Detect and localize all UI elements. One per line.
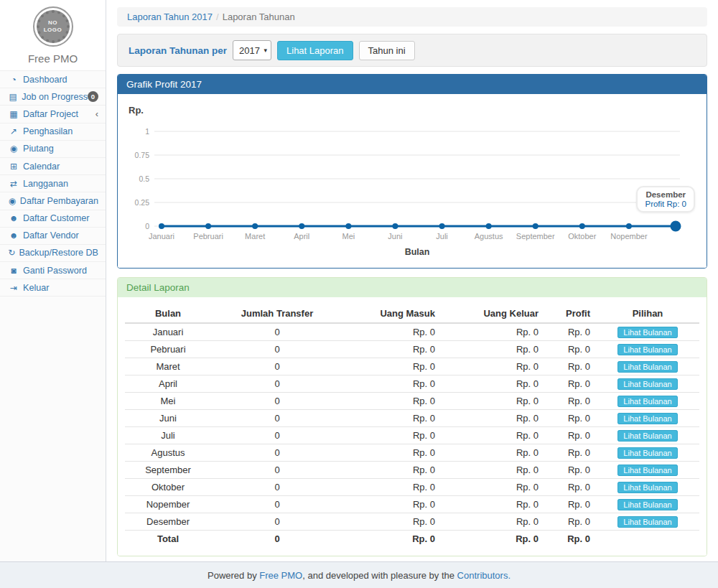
chart-panel-title: Grafik Profit 2017 bbox=[118, 75, 707, 94]
sidebar-item-label: Daftar Vendor bbox=[23, 230, 79, 241]
logo-section: NOLOGO Free PMO bbox=[0, 0, 106, 71]
filter-label: Laporan Tahunan per bbox=[129, 45, 227, 56]
year-select[interactable]: 2017 ▾ bbox=[233, 40, 271, 60]
sidebar-item-piutang[interactable]: ◉Piutang bbox=[0, 141, 106, 158]
lihat-bulanan-button[interactable]: Lihat Bulanan bbox=[617, 499, 677, 510]
profit-line-chart: Rp.10.750.50.250JanuariPebruariMaretApri… bbox=[129, 103, 696, 258]
lihat-bulanan-button[interactable]: Lihat Bulanan bbox=[617, 516, 677, 528]
sidebar-item-job-on-progress[interactable]: ▤Job on Progress0 bbox=[0, 88, 106, 106]
sidebar-item-daftar-vendor[interactable]: ☻Daftar Vendor bbox=[0, 228, 106, 245]
cell: Rp. 0 bbox=[441, 323, 544, 341]
sidebar-item-label: Ganti Password bbox=[23, 266, 87, 276]
cell: Rp. 0 bbox=[343, 444, 441, 462]
cell: 0 bbox=[211, 410, 343, 427]
lihat-bulanan-button[interactable]: Lihat Bulanan bbox=[617, 465, 677, 476]
lihat-bulanan-button[interactable]: Lihat Bulanan bbox=[617, 447, 677, 459]
table-row: Mei0Rp. 0Rp. 0Rp. 0Lihat Bulanan bbox=[125, 393, 699, 410]
svg-text:April: April bbox=[294, 232, 309, 241]
col-header-pilihan: Pilihan bbox=[596, 304, 699, 323]
sidebar-item-daftar-pembayaran[interactable]: ◉Daftar Pembayaran bbox=[0, 192, 106, 210]
sidebar-item-daftar-customer[interactable]: ☻Daftar Customer bbox=[0, 210, 106, 228]
sidebar-item-daftar-project[interactable]: ▦Daftar Project‹ bbox=[0, 106, 106, 123]
sidebar-item-calendar[interactable]: ⊞Calendar bbox=[0, 158, 106, 175]
page: NOLOGO Free PMO ◔Dashboard▤Job on Progre… bbox=[0, 0, 718, 561]
cell: 0 bbox=[211, 462, 343, 479]
cell: Rp. 0 bbox=[343, 358, 441, 375]
cell: 0 bbox=[211, 513, 343, 531]
total-cell: Rp. 0 bbox=[544, 531, 596, 548]
breadcrumb-link[interactable]: Laporan Tahun 2017 bbox=[127, 11, 213, 22]
report-filter-panel: Laporan Tahunan per 2017 ▾ Lihat Laporan… bbox=[117, 34, 707, 67]
detail-laporan-panel: Detail Laporan Bulan Jumlah Transfer Uan… bbox=[117, 277, 707, 556]
cell: Rp. 0 bbox=[343, 496, 441, 513]
free-pmo-link[interactable]: Free PMO bbox=[259, 570, 302, 581]
users-icon: ☻ bbox=[8, 230, 19, 241]
col-header-jumlah-transfer: Jumlah Transfer bbox=[211, 304, 343, 323]
cell: 0 bbox=[211, 375, 343, 393]
table-row: Nopember0Rp. 0Rp. 0Rp. 0Lihat Bulanan bbox=[125, 496, 699, 513]
svg-text:Juni: Juni bbox=[388, 232, 402, 241]
svg-text:Rp.: Rp. bbox=[129, 105, 144, 116]
lihat-bulanan-button[interactable]: Lihat Bulanan bbox=[617, 396, 677, 407]
sidebar-item-label: Penghasilan bbox=[23, 126, 73, 136]
cell: Rp. 0 bbox=[544, 393, 596, 410]
cell: 0 bbox=[211, 323, 343, 341]
table-row: Desember0Rp. 0Rp. 0Rp. 0Lihat Bulanan bbox=[125, 513, 699, 531]
col-header-bulan: Bulan bbox=[125, 304, 211, 323]
chevron-left-icon: ‹ bbox=[95, 108, 98, 119]
total-row: Total0Rp. 0Rp. 0Rp. 0 bbox=[125, 531, 699, 548]
table-row: April0Rp. 0Rp. 0Rp. 0Lihat Bulanan bbox=[125, 375, 699, 393]
cell: Rp. 0 bbox=[343, 479, 441, 496]
cell: Rp. 0 bbox=[343, 513, 441, 531]
lihat-laporan-button[interactable]: Lihat Laporan bbox=[277, 41, 353, 60]
svg-text:0.5: 0.5 bbox=[139, 174, 149, 183]
sidebar-item-ganti-password[interactable]: ◙Ganti Password bbox=[0, 262, 106, 279]
lihat-bulanan-button[interactable]: Lihat Bulanan bbox=[617, 482, 677, 493]
lihat-bulanan-button[interactable]: Lihat Bulanan bbox=[617, 327, 677, 338]
cell: Januari bbox=[125, 323, 211, 341]
lihat-bulanan-button[interactable]: Lihat Bulanan bbox=[617, 413, 677, 424]
cell: 0 bbox=[211, 393, 343, 410]
cell: Oktober bbox=[125, 479, 211, 496]
cell: April bbox=[125, 375, 211, 393]
cell: Rp. 0 bbox=[441, 358, 544, 375]
cell: Rp. 0 bbox=[343, 341, 441, 358]
cell: Rp. 0 bbox=[343, 375, 441, 393]
lihat-bulanan-button[interactable]: Lihat Bulanan bbox=[617, 430, 677, 442]
dashboard-icon: ◔ bbox=[8, 75, 19, 85]
svg-text:Nopember: Nopember bbox=[610, 232, 648, 241]
table-row: Maret0Rp. 0Rp. 0Rp. 0Lihat Bulanan bbox=[125, 358, 699, 375]
year-select-value: 2017 bbox=[239, 45, 260, 56]
cell: Rp. 0 bbox=[544, 427, 596, 444]
sidebar-item-keluar[interactable]: ⇥Keluar bbox=[0, 279, 106, 297]
cell: Rp. 0 bbox=[544, 444, 596, 462]
svg-text:Agustus: Agustus bbox=[475, 232, 503, 241]
total-cell: Rp. 0 bbox=[441, 531, 544, 548]
tahun-ini-button[interactable]: Tahun ini bbox=[359, 41, 415, 60]
lihat-bulanan-button[interactable]: Lihat Bulanan bbox=[617, 378, 677, 390]
total-cell: Rp. 0 bbox=[343, 531, 441, 548]
cell: Juli bbox=[125, 427, 211, 444]
contributors-link[interactable]: Contributors. bbox=[457, 570, 510, 581]
sidebar-item-backup-restore-db[interactable]: ↻Backup/Restore DB bbox=[0, 245, 106, 262]
sidebar-item-langganan[interactable]: ⇄Langganan bbox=[0, 175, 106, 192]
cell: Rp. 0 bbox=[441, 513, 544, 531]
money-icon: ◉ bbox=[8, 144, 19, 154]
cell: 0 bbox=[211, 341, 343, 358]
breadcrumb: Laporan Tahun 2017/Laporan Tahunan bbox=[117, 7, 707, 27]
sidebar-item-dashboard[interactable]: ◔Dashboard bbox=[0, 71, 106, 88]
cell: 0 bbox=[211, 496, 343, 513]
col-header-uang-masuk: Uang Masuk bbox=[343, 304, 441, 323]
breadcrumb-current: Laporan Tahunan bbox=[223, 11, 295, 22]
cell: Rp. 0 bbox=[441, 479, 544, 496]
lihat-bulanan-button[interactable]: Lihat Bulanan bbox=[617, 344, 677, 355]
table-panel-title: Detail Laporan bbox=[118, 278, 707, 297]
cell: Rp. 0 bbox=[544, 513, 596, 531]
cell: Rp. 0 bbox=[343, 393, 441, 410]
table-icon: ▦ bbox=[8, 109, 19, 119]
svg-text:Maret: Maret bbox=[245, 232, 265, 241]
sidebar-item-penghasilan[interactable]: ↗Penghasilan bbox=[0, 123, 106, 141]
table-row: Juli0Rp. 0Rp. 0Rp. 0Lihat Bulanan bbox=[125, 427, 699, 444]
cell: Rp. 0 bbox=[544, 496, 596, 513]
lihat-bulanan-button[interactable]: Lihat Bulanan bbox=[617, 361, 677, 373]
